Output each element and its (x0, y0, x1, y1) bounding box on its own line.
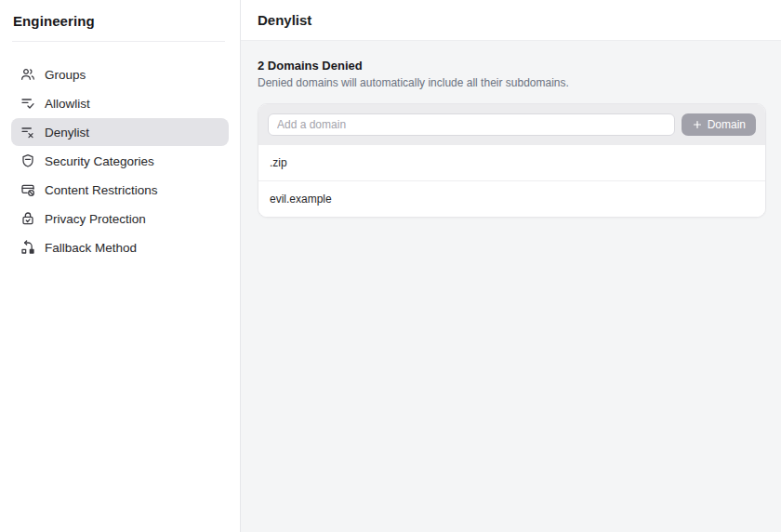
list-item[interactable]: evil.example (258, 180, 765, 217)
sidebar-item-content-restrictions[interactable]: Content Restrictions (11, 176, 229, 204)
failover-icon (20, 240, 35, 255)
sidebar-item-label: Content Restrictions (45, 183, 158, 197)
add-domain-input[interactable] (268, 113, 675, 136)
sidebar-item-denylist[interactable]: Denylist (11, 118, 229, 146)
page-title: Denylist (258, 12, 311, 28)
plus-icon (692, 119, 703, 130)
sidebar-item-privacy-protection[interactable]: Privacy Protection (11, 205, 229, 233)
sidebar-item-allowlist[interactable]: Allowlist (11, 89, 229, 117)
add-domain-bar: Domain (258, 104, 765, 145)
denylist-card: Domain .zipevil.example (258, 103, 766, 218)
section-subtitle: Denied domains will automatically includ… (258, 76, 766, 89)
sidebar-item-security-categories[interactable]: Security Categories (11, 147, 229, 175)
list-check-icon (20, 96, 35, 111)
users-icon (20, 67, 35, 82)
sidebar-item-label: Fallback Method (45, 241, 137, 255)
domain-name: .zip (270, 156, 287, 169)
sidebar-header: Engineering (0, 0, 240, 41)
sidebar-item-label: Allowlist (45, 97, 90, 111)
main-panel: Denylist 2 Domains Denied Denied domains… (241, 0, 781, 532)
sidebar: Engineering GroupsAllowlistDenylistSecur… (0, 0, 241, 532)
content-area: 2 Domains Denied Denied domains will aut… (241, 41, 781, 532)
add-domain-button-label: Domain (708, 118, 746, 131)
sidebar-item-label: Security Categories (45, 154, 154, 168)
add-domain-button[interactable]: Domain (682, 113, 756, 136)
window-ban-icon (20, 182, 35, 197)
list-x-icon (20, 125, 35, 140)
sidebar-item-label: Privacy Protection (45, 212, 146, 226)
domain-name: evil.example (270, 193, 332, 206)
section-title: 2 Domains Denied (258, 59, 766, 73)
sidebar-item-label: Groups (45, 68, 86, 82)
shield-icon (20, 153, 35, 168)
sidebar-title: Engineering (13, 13, 95, 29)
lock-check-icon (20, 211, 35, 226)
main-header: Denylist (241, 0, 781, 41)
sidebar-item-fallback-method[interactable]: Fallback Method (11, 233, 229, 261)
sidebar-nav: GroupsAllowlistDenylistSecurity Categori… (0, 42, 240, 262)
sidebar-item-groups[interactable]: Groups (11, 60, 229, 88)
denied-domains-list: .zipevil.example (258, 145, 765, 217)
sidebar-item-label: Denylist (45, 126, 89, 140)
list-item[interactable]: .zip (258, 145, 765, 180)
